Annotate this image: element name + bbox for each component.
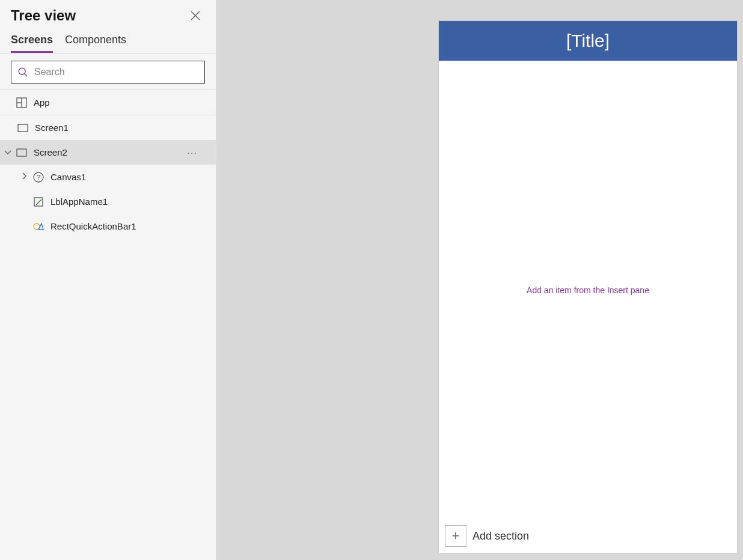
more-options-button[interactable]: ··· [187, 148, 210, 157]
tree-node-label: RectQuickActionBar1 [50, 221, 136, 231]
search-icon [17, 67, 28, 78]
panel-title: Tree view [11, 7, 76, 24]
canvas-hint: Add an item from the Insert pane [527, 285, 649, 295]
search-box[interactable] [11, 61, 205, 84]
tree-node-label: LblAppName1 [50, 196, 108, 207]
tab-screens[interactable]: Screens [11, 34, 53, 53]
tree-node-rectquickactionbar1[interactable]: RectQuickActionBar1 [0, 214, 216, 239]
canvas-body[interactable]: Add an item from the Insert pane [439, 61, 737, 519]
chevron-right-icon[interactable] [17, 172, 32, 181]
svg-rect-7 [18, 124, 28, 132]
tree-node-label: Screen1 [35, 123, 69, 133]
canvas-stage: [Title] Add an item from the Insert pane… [216, 0, 743, 560]
svg-point-2 [19, 68, 25, 75]
canvas-preview[interactable]: [Title] Add an item from the Insert pane… [438, 20, 738, 553]
canvas-title-bar: [Title] [439, 21, 737, 61]
svg-rect-11 [34, 198, 43, 206]
tree-node-screen1[interactable]: Screen1 [0, 115, 216, 140]
label-icon [32, 196, 44, 208]
tree-node-app[interactable]: App [0, 90, 216, 115]
help-icon: ? [32, 171, 44, 183]
shape-icon [32, 221, 44, 233]
tree-list: App Screen1 Screen2 ··· ? Can [0, 90, 216, 560]
tree-node-screen2[interactable]: Screen2 ··· [0, 140, 216, 165]
screen-icon [17, 122, 29, 134]
tree-node-label: Canvas1 [50, 172, 86, 182]
tree-node-canvas1[interactable]: ? Canvas1 [0, 165, 216, 189]
tree-node-label: App [34, 97, 50, 108]
search-input[interactable] [34, 67, 198, 78]
svg-line-12 [36, 199, 41, 205]
screen-icon [16, 147, 28, 159]
close-icon [191, 11, 200, 20]
svg-line-3 [25, 74, 28, 77]
search-wrap [0, 53, 216, 90]
tab-components[interactable]: Components [65, 34, 126, 53]
chevron-down-icon[interactable] [0, 148, 16, 157]
svg-rect-8 [17, 149, 26, 156]
tree-view-panel: Tree view Screens Components App Screen1 [0, 0, 216, 560]
panel-header: Tree view [0, 0, 216, 28]
svg-text:?: ? [37, 174, 40, 181]
close-button[interactable] [187, 7, 204, 24]
tree-node-label: Screen2 [34, 147, 67, 157]
app-icon [16, 97, 28, 109]
add-section-label: Add section [472, 530, 529, 543]
canvas-footer: + Add section [439, 519, 737, 553]
add-section-button[interactable]: + [445, 525, 466, 547]
tree-node-lblappname1[interactable]: LblAppName1 [0, 189, 216, 214]
plus-icon: + [452, 528, 460, 544]
tabs: Screens Components [0, 28, 216, 53]
